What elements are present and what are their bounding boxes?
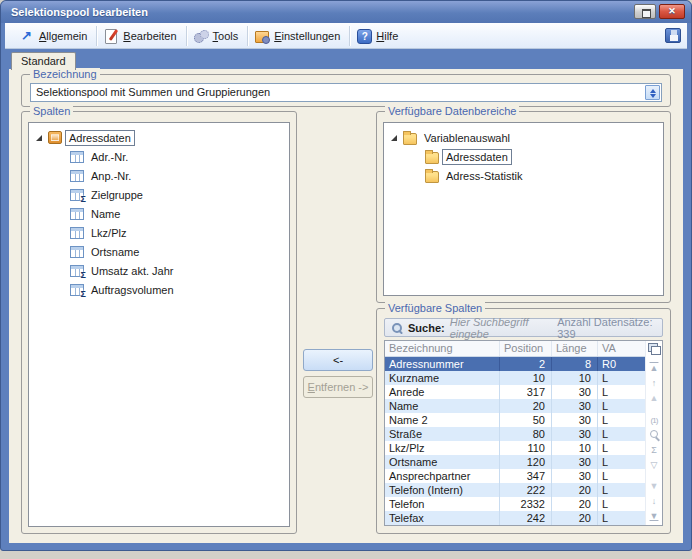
- tree-item[interactable]: Zielgruppe: [29, 185, 289, 204]
- record-count-label: Anzahl Datensätze:: [557, 316, 652, 328]
- toolbar-bearbeiten-button[interactable]: Bearbeiten: [97, 26, 186, 46]
- toolbar: Allgemein Bearbeiten Tools Einstellungen…: [5, 23, 687, 49]
- expander-icon[interactable]: [57, 170, 68, 181]
- expander-icon[interactable]: [412, 151, 423, 162]
- folder-icon: [425, 152, 439, 164]
- table-row[interactable]: Name 2 50 30 L: [385, 413, 645, 427]
- folder-icon: [425, 171, 439, 183]
- brackets-button[interactable]: (1): [648, 415, 661, 426]
- grid-nav-strip: ▲↑▲ (1)Σ▽ ▼↓▼: [645, 341, 662, 525]
- bezeichnung-group: Bezeichnung Selektionspool mit Summen un…: [21, 74, 671, 107]
- expander-icon[interactable]: [57, 151, 68, 162]
- table-row[interactable]: Kurzname 10 10 L: [385, 371, 645, 385]
- tab-page: Bezeichnung Selektionspool mit Summen un…: [9, 69, 683, 543]
- last-row-button[interactable]: ▼: [648, 511, 661, 522]
- column-header-va[interactable]: VA: [597, 341, 645, 356]
- spalten-group-label: Spalten: [30, 105, 73, 117]
- table-row[interactable]: Anrede 317 30 L: [385, 385, 645, 399]
- table-row[interactable]: Ansprechpartner 347 30 L: [385, 469, 645, 483]
- settings-icon: [254, 28, 270, 44]
- table-row[interactable]: Straße 80 30 L: [385, 427, 645, 441]
- toolbar-tools-button[interactable]: Tools: [187, 26, 249, 46]
- gears-icon: [193, 28, 209, 44]
- restore-button[interactable]: [634, 4, 656, 19]
- tree-item[interactable]: Name: [29, 204, 289, 223]
- first-row-button[interactable]: ▲: [648, 363, 661, 374]
- tree-item[interactable]: Adress-Statistik: [384, 166, 663, 185]
- table-icon: [70, 208, 84, 220]
- sum-button[interactable]: Σ: [648, 445, 661, 456]
- tree-item[interactable]: Variablenauswahl: [384, 128, 663, 147]
- addressbook-icon: [48, 131, 62, 144]
- table-row[interactable]: Telefon (Intern) 222 20 L: [385, 483, 645, 497]
- column-header-bezeichnung[interactable]: Bezeichnung: [385, 341, 499, 356]
- toolbar-einstellungen-button[interactable]: Einstellungen: [248, 26, 350, 46]
- grid-header[interactable]: Bezeichnung Position Länge VA: [385, 341, 645, 357]
- tree-item[interactable]: Umsatz akt. Jahr: [29, 261, 289, 280]
- expander-icon[interactable]: [57, 265, 68, 276]
- table-row[interactable]: Telefon 2332 20 L: [385, 497, 645, 511]
- datenbereiche-tree: Variablenauswahl Adressdaten Adress-Stat…: [383, 122, 664, 296]
- record-count: 339: [557, 328, 575, 340]
- toolbar-hilfe-button[interactable]: Hilfe: [350, 26, 407, 46]
- expander-icon[interactable]: [57, 284, 68, 295]
- table-icon: [70, 170, 84, 182]
- bezeichnung-combobox[interactable]: Selektionspool mit Summen und Gruppierun…: [30, 83, 662, 102]
- spinner-icon[interactable]: [645, 85, 660, 100]
- tree-item[interactable]: Adressdaten: [29, 128, 289, 147]
- tab-standard[interactable]: Standard: [11, 52, 76, 70]
- verfuegbare-spalten-group-label: Verfügbare Spalten: [385, 302, 485, 314]
- page-down-button[interactable]: ▼: [648, 481, 661, 492]
- tree-item[interactable]: Ortsname: [29, 242, 289, 261]
- table-sum-icon: [70, 284, 84, 296]
- toolbar-allgemein-button[interactable]: Allgemein: [13, 26, 97, 46]
- tree-item[interactable]: Adr.-Nr.: [29, 147, 289, 166]
- edit-icon: [103, 28, 119, 44]
- table-row[interactable]: Telefax 242 20 L: [385, 511, 645, 525]
- table-row[interactable]: Adressnummer 2 8 R0: [385, 357, 645, 371]
- entfernen-button[interactable]: Entfernen ->: [303, 376, 373, 398]
- column-chooser-icon[interactable]: [648, 343, 660, 353]
- column-header-position[interactable]: Position: [499, 341, 551, 356]
- grid-search-button[interactable]: [648, 430, 661, 441]
- row-up-button[interactable]: ↑: [648, 378, 661, 389]
- tree-item[interactable]: Auftragsvolumen: [29, 280, 289, 299]
- expander-icon[interactable]: [57, 227, 68, 238]
- window-title: Selektionspool bearbeiten: [11, 6, 148, 18]
- tree-item[interactable]: Anp.-Nr.: [29, 166, 289, 185]
- expander-icon[interactable]: [57, 246, 68, 257]
- expander-icon[interactable]: [390, 132, 401, 143]
- filter-button[interactable]: ▽: [648, 460, 661, 471]
- dialog-window: Selektionspool bearbeiten ✕ Allgemein Be…: [0, 0, 692, 551]
- page-up-button[interactable]: ▲: [648, 393, 661, 404]
- search-input[interactable]: Hier Suchbegriff eingebe: [450, 316, 552, 340]
- table-row[interactable]: Ortsname 120 30 L: [385, 455, 645, 469]
- expander-icon[interactable]: [35, 132, 46, 143]
- table-icon: [70, 151, 84, 163]
- search-icon: [391, 322, 403, 334]
- tree-item[interactable]: Lkz/Plz: [29, 223, 289, 242]
- datenbereiche-group: Verfügbare Datenbereiche Variablenauswah…: [376, 111, 671, 303]
- search-bar[interactable]: Suche: Hier Suchbegriff eingebe Anzahl D…: [384, 318, 663, 337]
- table-icon: [70, 227, 84, 239]
- search-label: Suche:: [408, 322, 445, 334]
- column-header-laenge[interactable]: Länge: [551, 341, 597, 356]
- table-icon: [70, 246, 84, 258]
- tree-item[interactable]: Adressdaten: [384, 147, 663, 166]
- table-row[interactable]: Name 20 30 L: [385, 399, 645, 413]
- grid-rows: Adressnummer 2 8 R0 Kurzname 10 10 L: [385, 357, 645, 525]
- hinzufuegen-button[interactable]: <- Hinzufügen: [303, 349, 373, 371]
- table-row[interactable]: Lkz/Plz 110 10 L: [385, 441, 645, 455]
- table-sum-icon: [70, 265, 84, 277]
- spalten-tree: Adressdaten Adr.-Nr. Anp.-Nr.: [28, 122, 290, 527]
- close-button[interactable]: ✕: [659, 4, 685, 19]
- save-icon[interactable]: [665, 28, 681, 43]
- columns-grid: Bezeichnung Position Länge VA Adressnumm…: [384, 340, 663, 526]
- expander-icon[interactable]: [57, 189, 68, 200]
- folder-icon: [403, 133, 417, 145]
- help-icon: [356, 28, 372, 44]
- expander-icon[interactable]: [412, 170, 423, 181]
- expander-icon[interactable]: [57, 208, 68, 219]
- verfuegbare-spalten-group: Verfügbare Spalten Suche: Hier Suchbegri…: [376, 308, 671, 534]
- row-down-button[interactable]: ↓: [648, 496, 661, 507]
